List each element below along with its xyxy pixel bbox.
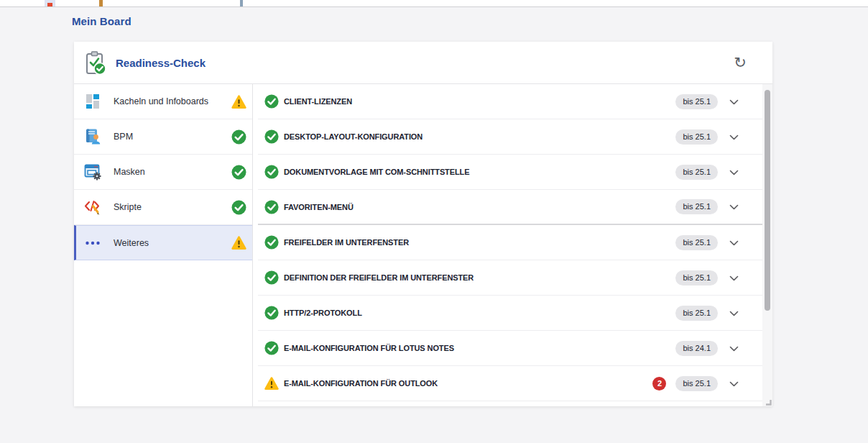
check-row-label: E-MAIL-KONFIGURATION FÜR OUTLOOK: [284, 379, 438, 388]
check-row-label: E-MAIL-KONFIGURATION FÜR LOTUS NOTES: [284, 344, 454, 352]
check-row-label: HTTP/2-PROTOKOLL: [284, 309, 362, 317]
version-badge: bis 25.1: [675, 165, 718, 180]
check-row-favoriten-menue[interactable]: FAVORITEN-MENÜ bis 25.1: [258, 190, 762, 225]
panel-title: Readiness-Check: [116, 57, 206, 69]
chevron-down-icon[interactable]: [727, 377, 741, 391]
sidebar-item-bpm[interactable]: BPM: [74, 119, 252, 155]
sidebar-item-label: Kacheln und Infoboards: [114, 96, 208, 106]
chevron-down-icon[interactable]: [727, 271, 741, 285]
chevron-down-icon[interactable]: [727, 342, 741, 355]
check-row-label: DEFINITION DER FREIFELDER IM UNTERFENSTE…: [284, 273, 474, 282]
sidebar-item-label: BPM: [114, 132, 133, 142]
success-check-icon: [264, 200, 279, 214]
chevron-down-icon[interactable]: [727, 200, 741, 214]
version-badge: bis 25.1: [675, 129, 718, 145]
check-row-http2-protokoll[interactable]: HTTP/2-PROTOKOLL bis 25.1: [258, 296, 762, 331]
cutoff-icon: [240, 0, 243, 6]
check-row-desktop-layout-konfiguration[interactable]: DESKTOP-LAYOUT-KONFIGURATION bis 25.1: [258, 119, 762, 155]
version-badge: bis 24.1: [675, 341, 718, 356]
warning-icon: [264, 376, 279, 391]
version-badge: bis 25.1: [675, 94, 718, 109]
window-gear-icon: [83, 163, 102, 181]
success-check-icon: [264, 341, 279, 355]
success-check-icon: [264, 165, 279, 179]
version-badge: bis 25.1: [675, 270, 718, 286]
panel-header: Readiness-Check ↻: [74, 42, 772, 84]
sidebar-item-label: Masken: [114, 167, 145, 177]
cutoff-browser-bar: [0, 0, 868, 7]
check-row-email-lotus-notes[interactable]: E-MAIL-KONFIGURATION FÜR LOTUS NOTES bis…: [258, 331, 762, 366]
code-pencil-icon: [83, 198, 102, 216]
scrollbar-thumb[interactable]: [765, 90, 770, 311]
check-list: CLIENT-LIZENZEN bis 25.1 DESKTOP-LAYOUT-…: [258, 84, 762, 406]
resize-grip-icon[interactable]: [763, 397, 772, 406]
success-check-icon: [264, 94, 279, 109]
chevron-down-icon[interactable]: [727, 95, 741, 109]
chevron-down-icon[interactable]: [727, 236, 741, 250]
success-check-icon: [231, 165, 246, 180]
version-badge: bis 25.1: [675, 376, 718, 391]
success-check-icon: [264, 306, 279, 320]
clipboard-check-icon: [82, 50, 108, 76]
book-person-icon: [83, 127, 102, 146]
check-row-freifelder-unterfenster[interactable]: FREIFELDER IM UNTERFENSTER bis 25.1: [258, 225, 762, 260]
success-check-icon: [231, 129, 246, 145]
ellipsis-dots-icon: [83, 234, 102, 252]
sidebar-item-label: Weiteres: [114, 238, 149, 248]
category-sidebar: Kacheln und Infoboards BPM: [74, 84, 253, 406]
check-row-email-outlook[interactable]: E-MAIL-KONFIGURATION FÜR OUTLOOK 2 bis 2…: [258, 366, 762, 401]
cutoff-tab-icon: [45, 0, 55, 6]
sidebar-item-label: Skripte: [114, 202, 142, 212]
check-row-client-lizenzen[interactable]: CLIENT-LIZENZEN bis 25.1: [258, 84, 762, 119]
check-row-label: DESKTOP-LAYOUT-KONFIGURATION: [284, 132, 423, 141]
sidebar-item-kacheln-und-infoboards[interactable]: Kacheln und Infoboards: [74, 84, 252, 119]
sidebar-item-weiteres[interactable]: Weiteres: [74, 225, 252, 260]
tiles-infoboard-icon: [83, 92, 102, 111]
warning-icon: [231, 235, 246, 250]
success-check-icon: [264, 270, 279, 285]
success-check-icon: [231, 200, 246, 215]
cutoff-favicon: [99, 0, 103, 6]
warning-icon: [231, 94, 246, 109]
issue-count-badge: 2: [652, 377, 666, 391]
version-badge: bis 25.1: [675, 306, 718, 321]
sidebar-item-masken[interactable]: Masken: [74, 155, 252, 190]
check-row-label: DOKUMENTVORLAGE MIT COM-SCHNITTSTELLE: [284, 168, 469, 176]
success-check-icon: [264, 235, 279, 250]
check-row-label: FAVORITEN-MENÜ: [284, 203, 354, 211]
readiness-check-panel: Readiness-Check ↻ Kacheln und Infoboards: [74, 42, 772, 406]
check-row-definition-freifelder[interactable]: DEFINITION DER FREIFELDER IM UNTERFENSTE…: [258, 260, 762, 296]
refresh-icon[interactable]: ↻: [731, 53, 749, 72]
panel-body: Kacheln und Infoboards BPM: [74, 84, 772, 406]
vertical-scrollbar[interactable]: [762, 84, 772, 406]
version-badge: bis 25.1: [675, 199, 718, 214]
chevron-down-icon[interactable]: [727, 165, 741, 179]
check-row-label: CLIENT-LIZENZEN: [284, 97, 352, 106]
page-title: Mein Board: [72, 15, 131, 27]
version-badge: bis 25.1: [675, 235, 718, 250]
chevron-down-icon[interactable]: [727, 130, 741, 144]
success-check-icon: [264, 129, 279, 144]
chevron-down-icon[interactable]: [727, 306, 741, 320]
check-row-label: FREIFELDER IM UNTERFENSTER: [284, 238, 409, 247]
sidebar-item-skripte[interactable]: Skripte: [74, 190, 252, 225]
check-row-dokumentvorlage-com[interactable]: DOKUMENTVORLAGE MIT COM-SCHNITTSTELLE bi…: [258, 155, 762, 190]
